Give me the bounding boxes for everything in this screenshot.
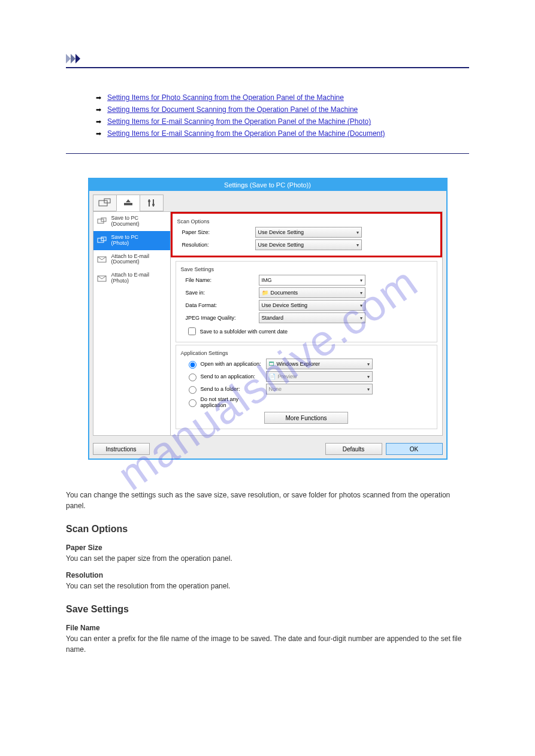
- chevrons-icon: [66, 54, 469, 65]
- save-in-label: Save in:: [181, 290, 259, 296]
- tab-scan-from-panel[interactable]: [116, 195, 140, 211]
- svg-marker-0: [66, 54, 71, 63]
- send-to-folder-select[interactable]: None▾: [266, 384, 373, 394]
- data-format-label: Data Format:: [181, 302, 259, 308]
- tab-bar: [89, 191, 446, 211]
- open-with-app-select[interactable]: 🗔Windows Explorer▾: [266, 359, 373, 369]
- chevron-down-icon: ▾: [356, 230, 359, 235]
- application-settings-heading: Application Settings: [181, 350, 432, 356]
- sidebar-item-email-document[interactable]: Attach to E-mail(Document): [93, 250, 170, 269]
- settings-dialog: Settings (Save to PC (Photo)) Save to PC…: [88, 178, 448, 460]
- data-format-select[interactable]: Use Device Setting▾: [259, 300, 365, 311]
- instructions-button[interactable]: Instructions: [93, 443, 150, 455]
- tab-scan-from-pc[interactable]: [93, 195, 117, 211]
- explorer-icon: 🗔: [269, 361, 274, 367]
- resolution-select[interactable]: Use Device Setting▾: [255, 239, 362, 250]
- folder-icon: 📁: [262, 290, 268, 296]
- save-settings-heading: Save Settings: [181, 266, 432, 272]
- checkbox-icon[interactable]: [188, 327, 196, 335]
- radio-do-not-start[interactable]: Do not start any application: [181, 396, 266, 408]
- svg-marker-6: [126, 199, 131, 202]
- paper-size-select[interactable]: Use Device Setting▾: [255, 227, 362, 238]
- description-text: You can change the settings such as the …: [66, 490, 469, 655]
- main-panel: Scan Options Paper Size: Use Device Sett…: [171, 211, 443, 436]
- svg-marker-2: [75, 54, 80, 63]
- resolution-label: Resolution:: [177, 242, 255, 248]
- arrow-icon: ➡: [96, 130, 101, 138]
- svg-marker-1: [71, 54, 75, 63]
- send-to-app-select[interactable]: 📄Preview▾: [266, 371, 373, 382]
- sidebar: Save to PC(Document) Save to PC(Photo) A…: [93, 211, 171, 436]
- save-in-select[interactable]: 📁Documents▾: [259, 287, 365, 298]
- svg-rect-5: [124, 203, 132, 205]
- sidebar-item-email-photo[interactable]: Attach to E-mail(Photo): [93, 269, 170, 288]
- scan-options-heading: Scan Options: [177, 218, 436, 224]
- arrow-icon: ➡: [96, 94, 101, 102]
- save-subfolder-checkbox[interactable]: Save to a subfolder with current date: [181, 326, 432, 337]
- file-name-input[interactable]: IMG▾: [259, 275, 365, 286]
- save-settings-group: Save Settings File Name: IMG▾ Save in: 📁…: [176, 261, 437, 342]
- sidebar-item-save-pc-document[interactable]: Save to PC(Document): [93, 212, 170, 231]
- radio-open-with-app[interactable]: Open with an application:: [181, 359, 266, 369]
- file-name-label: File Name:: [181, 277, 259, 283]
- link-3[interactable]: Setting Items for E-mail Scanning from t…: [107, 117, 371, 126]
- chevron-down-icon: ▾: [367, 387, 370, 392]
- application-settings-group: Application Settings Open with an applic…: [176, 345, 437, 429]
- link-4[interactable]: Setting Items for E-mail Scanning from t…: [107, 129, 385, 138]
- more-functions-button[interactable]: More Functions: [264, 412, 348, 424]
- radio-send-to-folder[interactable]: Send to a folder:: [181, 384, 266, 394]
- link-2[interactable]: Setting Items for Document Scanning from…: [107, 105, 358, 114]
- link-1[interactable]: Setting Items for Photo Scanning from th…: [107, 93, 344, 102]
- chevron-down-icon: ▾: [360, 278, 362, 283]
- jpeg-quality-select[interactable]: Standard▾: [259, 312, 365, 323]
- svg-point-9: [148, 200, 150, 202]
- ok-button[interactable]: OK: [386, 443, 443, 455]
- paper-size-label: Paper Size:: [177, 229, 255, 235]
- chevron-down-icon: ▾: [367, 362, 370, 367]
- chevron-down-icon: ▾: [360, 303, 362, 308]
- scan-options-highlight: Scan Options Paper Size: Use Device Sett…: [171, 212, 442, 257]
- defaults-button[interactable]: Defaults: [325, 443, 382, 455]
- chevron-down-icon: ▾: [360, 290, 362, 296]
- arrow-icon: ➡: [96, 106, 101, 114]
- chevron-down-icon: ▾: [360, 315, 362, 321]
- tab-general[interactable]: [140, 195, 164, 211]
- links-box: ➡ Setting Items for Photo Scanning from …: [66, 72, 469, 154]
- sidebar-item-save-pc-photo[interactable]: Save to PC(Photo): [93, 231, 170, 250]
- svg-point-10: [152, 204, 155, 206]
- chevron-down-icon: ▾: [356, 242, 359, 248]
- jpeg-quality-label: JPEG Image Quality:: [181, 315, 259, 321]
- radio-send-to-app[interactable]: Send to an application:: [181, 372, 266, 381]
- divider: [66, 67, 469, 68]
- dialog-footer: Instructions Defaults OK: [89, 439, 446, 459]
- dialog-title: Settings (Save to PC (Photo)): [89, 179, 446, 191]
- chevron-down-icon: ▾: [367, 374, 370, 379]
- arrow-icon: ➡: [96, 118, 101, 126]
- preview-icon: 📄: [269, 374, 276, 379]
